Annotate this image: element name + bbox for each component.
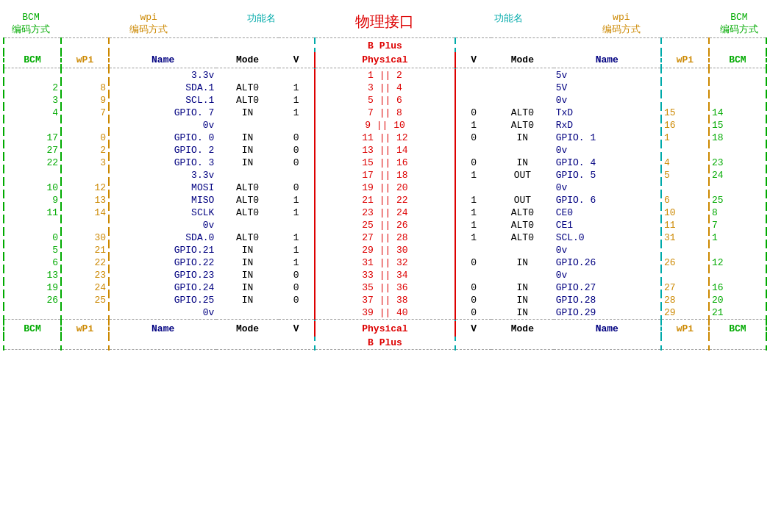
table-row: 1012MOSIALT0019 || 200v <box>4 181 766 194</box>
table-row: 913MISOALT0121 || 221OUTGPIO. 6625 <box>4 194 766 206</box>
left-func-label: 功能名 <box>247 12 276 36</box>
table-row: 1924GPIO.24IN035 || 360INGPIO.272716 <box>4 281 766 294</box>
table-row: 272GPIO. 2IN013 || 140v <box>4 144 766 157</box>
left-wpi-label: wpi 编码方式 <box>129 12 168 36</box>
table-row: 3.3v1 || 25v <box>4 69 766 82</box>
table-row: 2625GPIO.25IN037 || 380INGPIO.282820 <box>4 294 766 306</box>
table-row: 170GPIO. 0IN011 || 120INGPIO. 1118 <box>4 132 766 144</box>
separator-row <box>4 349 766 351</box>
table-row: 3.3v17 || 181OUTGPIO. 5524 <box>4 169 766 181</box>
table-row: 0v39 || 400INGPIO.292921 <box>4 306 766 320</box>
table-row: 1114SCLKALT0123 || 241ALT0CE0108 <box>4 206 766 219</box>
table-row: 47GPIO. 7IN17 || 80ALT0TxD1514 <box>4 107 766 119</box>
table-row: 223GPIO. 3IN015 || 160INGPIO. 4423 <box>4 157 766 169</box>
table-row: 622GPIO.22IN131 || 320INGPIO.262612 <box>4 256 766 269</box>
table-row: 1323GPIO.23IN033 || 340v <box>4 269 766 281</box>
right-wpi-label: wpi 编码方式 <box>602 12 641 36</box>
table-row: 0v25 || 261ALT0CE1117 <box>4 219 766 231</box>
col-header-row: BCMwPiNameModeVPhysicalVModeNamewPiBCM <box>4 52 766 68</box>
table-row: 28SDA.1ALT013 || 45V <box>4 82 766 94</box>
right-bcm-label: BCM 编码方式 <box>720 12 758 36</box>
table-row: 39SCL.1ALT015 || 60v <box>4 94 766 107</box>
col-footer-row: BCMwPiNameModeVPhysicalVModeNamewPiBCM <box>4 321 766 337</box>
center-title: 物理接口 <box>355 12 414 36</box>
table-row: 030SDA.0ALT0127 || 281ALT0SCL.0311 <box>4 231 766 244</box>
header-region: BCM 编码方式 wpi 编码方式 功能名 物理接口 功能名 wpi 编码方式 … <box>3 7 767 37</box>
table-wrapper: B PlusBCMwPiNameModeVPhysicalVModeNamewP… <box>3 37 767 351</box>
table-row: 0v9 || 101ALT0RxD1615 <box>4 119 766 132</box>
table-row: 521GPIO.21IN129 || 300v <box>4 244 766 256</box>
gpio-table: B PlusBCMwPiNameModeVPhysicalVModeNamewP… <box>3 37 767 351</box>
page-container: BCM 编码方式 wpi 编码方式 功能名 物理接口 功能名 wpi 编码方式 … <box>0 0 770 358</box>
header-title-row: B Plus <box>4 40 766 52</box>
left-bcm-label: BCM 编码方式 <box>12 12 50 36</box>
right-func-label: 功能名 <box>494 12 523 36</box>
footer-title-row: B Plus <box>4 337 766 350</box>
